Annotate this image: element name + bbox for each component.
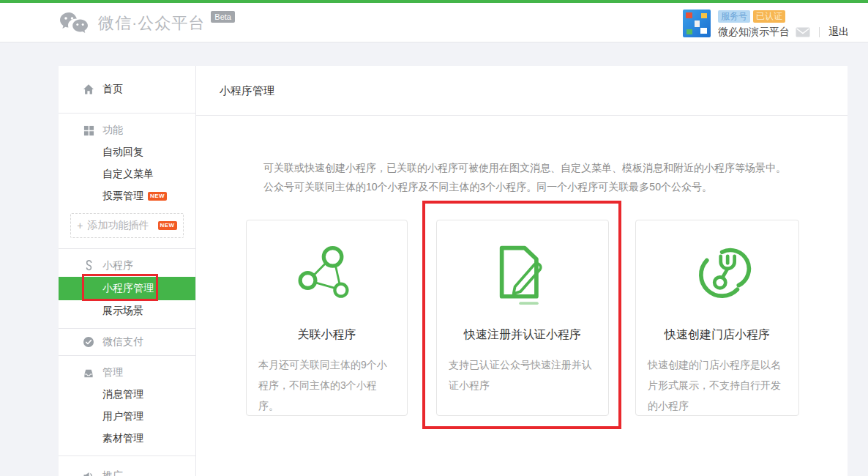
card-description: 本月还可关联同主体的9个小程序，不同主体的3个小程序。 bbox=[258, 354, 395, 416]
sidebar-item-label: 微信支付 bbox=[102, 335, 143, 349]
page-title: 小程序管理 bbox=[196, 66, 848, 116]
sidebar-item-miniprogram-mgmt[interactable]: 小程序管理 bbox=[59, 277, 195, 300]
wechat-pay-icon bbox=[82, 336, 95, 348]
beta-badge: Beta bbox=[211, 11, 235, 23]
sidebar-item-user-mgmt[interactable]: 用户管理 bbox=[59, 406, 195, 428]
account-name: 微必知演示平台 bbox=[718, 26, 790, 39]
miniprogram-cards: 关联小程序 本月还可关联同主体的9个小程序，不同主体的3个小程序。 快速注册并认… bbox=[246, 220, 848, 416]
add-plugin-label: 添加功能插件 bbox=[88, 219, 149, 232]
card-title: 快速注册并认证小程序 bbox=[437, 327, 608, 343]
card-title: 关联小程序 bbox=[247, 327, 407, 343]
sidebar-item-message-mgmt[interactable]: 消息管理 bbox=[59, 384, 195, 406]
sidebar-header-label: 管理 bbox=[102, 366, 123, 379]
card-description: 快速创建的门店小程序是以名片形式展示，不支持自行开发的小程序 bbox=[648, 354, 787, 416]
sidebar-item-vote-mgmt[interactable]: 投票管理 NEW bbox=[59, 185, 195, 207]
main-panel: 小程序管理 可关联或快速创建小程序，已关联的小程序可被使用在图文消息、自定义菜单… bbox=[196, 66, 848, 476]
sidebar-item-display-scene[interactable]: 展示场景 bbox=[59, 300, 195, 322]
sidebar-item-wechat-pay[interactable]: 微信支付 bbox=[59, 331, 195, 353]
card-description: 支持已认证公众号快速注册并认证小程序 bbox=[449, 354, 596, 395]
document-pen-icon bbox=[437, 242, 608, 319]
store-fork-icon bbox=[636, 242, 798, 319]
sidebar-item-custom-menu[interactable]: 自定义菜单 bbox=[59, 163, 195, 185]
sidebar-header-promote: 推广 bbox=[59, 465, 195, 476]
page-description: 可关联或快速创建小程序，已关联的小程序可被使用在图文消息、自定义菜单、模板消息和… bbox=[263, 158, 818, 196]
sidebar-nav: 首页 功能 自动回复 自定义菜单 投票管理 NEW + 添加功能插件 bbox=[59, 66, 196, 476]
account-badges: 服务号 已认证 bbox=[718, 10, 849, 23]
sidebar-section-pay: 微信支付 bbox=[59, 329, 195, 356]
sidebar-section-manage: 管理 消息管理 用户管理 素材管理 bbox=[59, 356, 195, 456]
card-register-certify-miniprogram[interactable]: 快速注册并认证小程序 支持已认证公众号快速注册并认证小程序 bbox=[436, 220, 609, 416]
new-badge: NEW bbox=[158, 221, 177, 230]
sidebar-item-label: 消息管理 bbox=[102, 388, 143, 401]
network-icon bbox=[247, 242, 407, 319]
sidebar-item-material-mgmt[interactable]: 素材管理 bbox=[59, 428, 195, 450]
logout-link[interactable]: 退出 bbox=[828, 26, 849, 39]
description-line-2: 公众号可关联同主体的10个小程序及不同主体的3个小程序。同一个小程序可关联最多5… bbox=[263, 177, 818, 196]
home-icon bbox=[82, 83, 95, 95]
sidebar-item-label: 投票管理 bbox=[102, 190, 143, 203]
sidebar-header-label: 小程序 bbox=[102, 259, 133, 272]
wechat-mp-admin-page: 微信·公众平台 Beta 服务号 已认证 微必知演示平台 bbox=[0, 0, 868, 476]
app-title: 微信·公众平台 bbox=[98, 12, 205, 34]
divider bbox=[819, 27, 820, 37]
top-header: 微信·公众平台 Beta 服务号 已认证 微必知演示平台 bbox=[0, 0, 868, 42]
sidebar-header-manage: 管理 bbox=[59, 362, 195, 384]
sidebar-item-label: 首页 bbox=[102, 83, 123, 96]
sidebar-item-label: 小程序管理 bbox=[102, 282, 154, 295]
card-create-store-miniprogram[interactable]: 快速创建门店小程序 快速创建的门店小程序是以名片形式展示，不支持自行开发的小程序 bbox=[635, 220, 799, 416]
sidebar-item-label: 自动回复 bbox=[102, 146, 143, 159]
card-link-miniprogram[interactable]: 关联小程序 本月还可关联同主体的9个小程序，不同主体的3个小程序。 bbox=[246, 220, 408, 416]
new-badge: NEW bbox=[148, 192, 167, 201]
sidebar-item-label: 素材管理 bbox=[102, 432, 143, 445]
account-avatar bbox=[683, 10, 711, 37]
megaphone-icon bbox=[82, 471, 95, 476]
add-plugin-button[interactable]: + 添加功能插件 NEW bbox=[70, 213, 184, 238]
sidebar-item-label: 展示场景 bbox=[102, 305, 143, 318]
plus-icon: + bbox=[77, 220, 83, 231]
sidebar-header-label: 推广 bbox=[102, 469, 123, 476]
sidebar-section-miniprogram: 小程序 小程序管理 展示场景 bbox=[59, 249, 195, 329]
sidebar-item-auto-reply[interactable]: 自动回复 bbox=[59, 141, 195, 163]
account-type-badge: 服务号 bbox=[718, 10, 750, 23]
grid-icon bbox=[82, 125, 95, 136]
miniprogram-icon bbox=[82, 260, 95, 272]
mail-icon[interactable] bbox=[796, 26, 810, 38]
account-area: 服务号 已认证 微必知演示平台 退出 bbox=[683, 10, 849, 39]
sidebar-header-miniprogram: 小程序 bbox=[59, 255, 195, 277]
description-line-1: 可关联或快速创建小程序，已关联的小程序可被使用在图文消息、自定义菜单、模板消息和… bbox=[263, 158, 818, 177]
wechat-logo-icon bbox=[59, 10, 89, 37]
account-info: 服务号 已认证 微必知演示平台 退出 bbox=[718, 10, 849, 39]
sidebar-section-function: 功能 自动回复 自定义菜单 投票管理 NEW + 添加功能插件 NEW bbox=[59, 114, 195, 249]
sidebar-header-label: 功能 bbox=[102, 124, 123, 137]
sidebar-item-home[interactable]: 首页 bbox=[59, 78, 195, 100]
sidebar-section-promote: 推广 广告主 bbox=[59, 456, 195, 476]
verified-badge: 已认证 bbox=[753, 10, 785, 23]
sidebar-section-home: 首页 bbox=[59, 66, 195, 114]
account-name-row: 微必知演示平台 退出 bbox=[718, 26, 849, 39]
sidebar-header-function: 功能 bbox=[59, 119, 195, 141]
sidebar-item-label: 自定义菜单 bbox=[102, 168, 154, 181]
card-title: 快速创建门店小程序 bbox=[636, 327, 798, 343]
sidebar-item-label: 用户管理 bbox=[102, 410, 143, 423]
inbox-icon bbox=[82, 368, 95, 379]
brand-logo: 微信·公众平台 Beta bbox=[59, 10, 235, 37]
